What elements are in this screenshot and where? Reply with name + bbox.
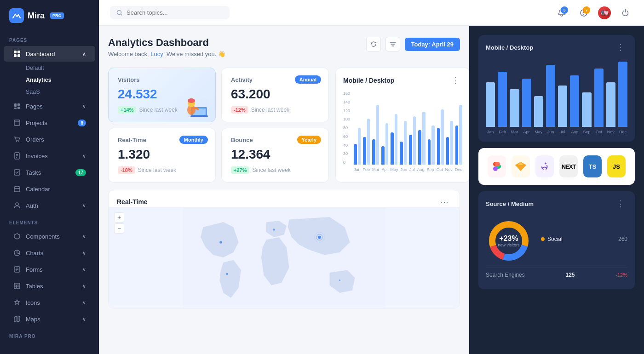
auth-icon <box>13 201 21 210</box>
svg-point-33 <box>226 273 228 275</box>
header-actions: Today: April 29 <box>366 37 460 51</box>
svg-point-27 <box>188 98 195 103</box>
dark-panel: Mobile / Desktop ⋮ <box>469 26 644 354</box>
power-icon <box>621 9 629 17</box>
bar-oct <box>437 109 444 165</box>
redux-icon <box>539 161 550 172</box>
alerts-button[interactable]: 7 <box>576 5 592 21</box>
sidebar-item-orders[interactable]: Orders <box>4 131 95 147</box>
realtime-footer: -18% Since last week <box>118 166 206 174</box>
main-stats-row: Visitors 24.532 +14% Since last week <box>108 68 460 183</box>
sidebar-item-tables[interactable]: Tables ∨ <box>4 278 95 294</box>
tables-label: Tables <box>26 283 43 290</box>
search-engines-label: Search Engines <box>486 272 525 278</box>
tasks-icon <box>13 168 21 177</box>
charts-label: Charts <box>26 250 43 257</box>
projects-icon <box>13 119 21 127</box>
components-icon <box>13 232 21 240</box>
sidebar-item-calendar[interactable]: Calendar <box>4 181 95 197</box>
sidebar-item-components[interactable]: Components ∨ <box>4 228 95 244</box>
today-button[interactable]: Today: April 29 <box>405 38 460 51</box>
tasks-badge: 17 <box>75 169 86 176</box>
charts-chevron: ∨ <box>82 250 86 256</box>
tables-chevron: ∨ <box>82 283 86 289</box>
mira-pro-label: MIRA PRO <box>0 327 99 342</box>
sidebar-item-invoices[interactable]: Invoices ∨ <box>4 148 95 164</box>
sidebar-item-auth[interactable]: Auth ∨ <box>4 198 95 213</box>
redux-logo <box>535 155 554 177</box>
bounce-footer: +27% Since last week <box>231 166 319 174</box>
sketch-logo <box>512 155 530 177</box>
sidebar-item-tasks[interactable]: Tasks 17 <box>4 165 95 180</box>
tech-logos-card: NEXT TS JS <box>478 148 635 185</box>
bar-jan-dark <box>354 144 357 165</box>
stats-grid: Visitors 24.532 +14% Since last week <box>108 68 329 183</box>
search-engines-change: -12% <box>615 272 627 278</box>
sidebar-subitem-default[interactable]: Default <box>4 62 95 74</box>
sidebar-item-icons[interactable]: Icons ∨ <box>4 295 95 310</box>
search-icon <box>116 10 123 16</box>
components-label: Components <box>26 233 60 240</box>
notifications-badge: 3 <box>561 6 568 14</box>
charts-icon <box>13 249 21 257</box>
map-header: Real-Time ⋯ <box>109 190 460 207</box>
refresh-icon <box>370 41 377 47</box>
zoom-out-button[interactable]: − <box>114 223 124 234</box>
source-medium-label: Source / Medium <box>486 200 534 207</box>
invoices-label: Invoices <box>26 153 48 160</box>
bounce-card: Yearly Bounce 12.364 +27% Since last wee… <box>221 128 329 183</box>
svg-rect-4 <box>14 103 17 107</box>
dark-chart-menu[interactable]: ⋮ <box>615 42 627 52</box>
search-engines-value: 125 <box>566 272 575 278</box>
x-labels: Jan Feb Mar Apr May Jun Jul Aug Sep Oct <box>354 167 462 172</box>
zoom-in-button[interactable]: + <box>114 212 124 223</box>
bars <box>354 91 462 165</box>
chart-menu-button[interactable]: ⋮ <box>449 75 462 86</box>
tasks-label: Tasks <box>26 169 41 176</box>
sidebar-subitem-analytics[interactable]: Analytics <box>4 74 95 86</box>
social-dot <box>541 237 545 241</box>
search-engines-row: Search Engines 125 -12% <box>486 268 627 282</box>
dashboard-label: Dashboard <box>26 51 55 57</box>
source-menu-button[interactable]: ⋮ <box>615 199 627 209</box>
svg-rect-1 <box>17 51 20 53</box>
bar-aug <box>418 112 425 165</box>
sidebar-item-charts[interactable]: Charts ∨ <box>4 245 95 261</box>
bar-jul <box>409 116 416 165</box>
sidebar-subitem-saas[interactable]: SaaS <box>4 86 95 98</box>
sidebar-item-dashboard[interactable]: Dashboard ∧ <box>4 46 95 62</box>
power-button[interactable] <box>617 5 633 21</box>
icons-icon <box>13 298 21 307</box>
orders-icon <box>13 135 21 143</box>
search-box[interactable] <box>110 6 230 19</box>
language-flag[interactable]: 🇺🇸 <box>598 6 611 19</box>
bar-feb <box>363 119 370 165</box>
components-chevron: ∨ <box>82 234 86 240</box>
nextjs-text: NEXT <box>562 163 576 170</box>
sidebar-item-maps[interactable]: Maps ∨ <box>4 311 95 327</box>
topbar: 3 7 🇺🇸 <box>99 0 644 26</box>
js-text: JS <box>613 163 620 170</box>
svg-point-31 <box>318 236 321 239</box>
sidebar-item-pages[interactable]: Pages ∨ <box>4 98 95 114</box>
map-menu-button[interactable]: ⋯ <box>438 197 451 207</box>
sidebar: Mira PRO PAGES Dashboard ∧ Default Analy… <box>0 0 99 354</box>
donut-subtitle: new visitors <box>498 243 519 247</box>
sidebar-item-forms[interactable]: Forms ∨ <box>4 262 95 277</box>
notifications-button[interactable]: 3 <box>554 5 569 21</box>
sidebar-item-projects[interactable]: Projects 8 <box>4 115 95 131</box>
activity-period: Since last week <box>251 107 289 113</box>
source-item-social: Social 260 <box>541 236 627 242</box>
visitors-period: Since last week <box>139 107 177 113</box>
forms-chevron: ∨ <box>82 267 86 273</box>
filter-button[interactable] <box>385 37 400 51</box>
search-input[interactable] <box>126 9 218 16</box>
page-header: Analytics Dashboard Welcome back, Lucy! … <box>108 37 460 57</box>
bounce-value: 12.364 <box>231 147 319 162</box>
dark-bars-area <box>486 58 627 127</box>
dark-x-labels: Jan Feb Mar Apr May Jun Jul Aug Sep Oct … <box>486 130 627 134</box>
svg-rect-18 <box>14 283 20 289</box>
svg-point-9 <box>16 141 17 142</box>
dark-bar-jan <box>486 58 495 127</box>
refresh-button[interactable] <box>366 37 381 51</box>
